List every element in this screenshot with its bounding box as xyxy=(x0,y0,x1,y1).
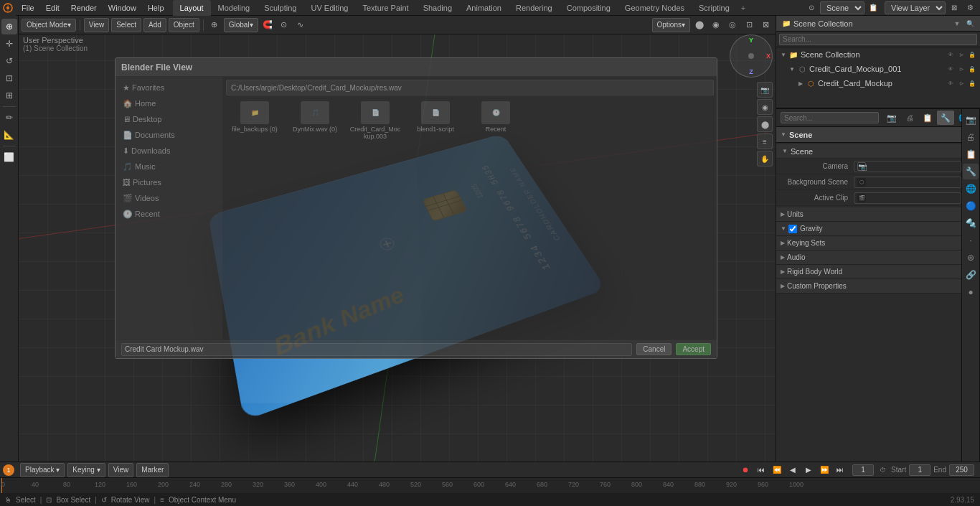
gravity-section[interactable]: ▼ Gravity xyxy=(776,222,980,236)
play-reverse-btn[interactable]: ◀ xyxy=(786,464,799,477)
file-nav-videos[interactable]: 🎬 Videos xyxy=(118,190,220,206)
gizmo-z-label[interactable]: Z xyxy=(749,68,753,75)
jump-last-btn[interactable]: ⏭ xyxy=(834,464,847,477)
overlay-toggle[interactable]: ⊡ xyxy=(742,18,756,32)
prop-material-icon[interactable]: ● xyxy=(963,284,979,300)
prop-particles-icon[interactable]: · xyxy=(963,233,979,248)
prop-modifier-icon[interactable]: 🔩 xyxy=(963,215,979,231)
menu-file[interactable]: File xyxy=(16,0,40,16)
graph-icon[interactable]: ∿ xyxy=(293,18,308,32)
prop-object-icon[interactable]: 🔵 xyxy=(963,198,979,214)
prop-view-layer-icon[interactable]: 📋 xyxy=(963,146,979,162)
tool-add-cube[interactable]: ⬜ xyxy=(1,149,17,165)
playback-menu[interactable]: Playback ▾ xyxy=(20,463,65,477)
file-nav-pictures[interactable]: 🖼 Pictures xyxy=(118,174,220,190)
view-menu[interactable]: View xyxy=(84,18,110,32)
current-frame-input[interactable] xyxy=(852,464,874,476)
scene-section-header[interactable]: ▼ Scene xyxy=(776,127,980,143)
viewport-shading-icon[interactable]: ◉ xyxy=(757,99,773,115)
file-nav-home[interactable]: 🏠 Home xyxy=(118,95,220,111)
select-icon-1[interactable]: ⊳ xyxy=(956,64,966,74)
file-nav-recent[interactable]: 🕐 Recent xyxy=(118,206,220,222)
viewport-hand-icon[interactable]: ✋ xyxy=(757,151,773,167)
tab-layout[interactable]: Layout xyxy=(173,0,211,16)
tab-geometry-nodes[interactable]: Geometry Nodes xyxy=(618,0,692,16)
tab-sculpting[interactable]: Sculpting xyxy=(257,0,303,16)
blender-logo[interactable] xyxy=(0,0,16,16)
outliner-filter-icon[interactable]: ▼ xyxy=(951,18,963,29)
view-layer-selector[interactable]: View Layer xyxy=(885,1,946,14)
select-icon-root[interactable]: ⊳ xyxy=(956,50,966,60)
prop-scene-icon[interactable]: 🔧 xyxy=(963,164,979,179)
props-search-input[interactable] xyxy=(781,112,879,123)
prop-output-icon[interactable]: 🖨 xyxy=(963,129,979,145)
collection-root[interactable]: ▼ 📁 Scene Collection 👁 ⊳ 🔒 xyxy=(776,47,980,62)
viewport-shading-solid[interactable]: ⬤ xyxy=(692,18,707,32)
tab-texture-paint[interactable]: Texture Paint xyxy=(355,0,415,16)
hide-icon-2[interactable]: 🔒 xyxy=(967,78,977,88)
file-nav-downloads[interactable]: ⬇ Downloads xyxy=(118,143,220,159)
menu-render[interactable]: Render xyxy=(65,0,103,16)
prop-tab-output[interactable]: 🖨 xyxy=(901,111,918,125)
file-item-4[interactable]: 📄 blend1-script xyxy=(407,98,464,143)
snap-icon[interactable]: 🧲 xyxy=(260,18,275,32)
prop-world-icon[interactable]: 🌐 xyxy=(963,181,979,197)
gizmo-y-label[interactable]: Y xyxy=(749,37,753,44)
outliner-search-input[interactable] xyxy=(779,34,977,45)
file-item-1[interactable]: 📁 file_backups (0) xyxy=(226,98,283,143)
active-clip-value[interactable]: 🎬 xyxy=(854,192,961,204)
prop-physics-icon[interactable]: ⊛ xyxy=(963,250,979,266)
tab-shading[interactable]: Shading xyxy=(416,0,459,16)
audio-section[interactable]: ▶ Audio xyxy=(776,250,980,265)
collection-item-2[interactable]: ▶ ⬡ Credit_Card_Mockup 👁 ⊳ 🔒 xyxy=(776,76,980,90)
end-frame-input[interactable] xyxy=(949,464,974,476)
tab-compositing[interactable]: Compositing xyxy=(560,0,618,16)
select-icon-2[interactable]: ⊳ xyxy=(956,78,966,88)
viewport-shading-rendered[interactable]: ◎ xyxy=(725,18,740,32)
file-item-5[interactable]: 🕐 Recent xyxy=(467,98,524,143)
rigid-body-section[interactable]: ▶ Rigid Body World xyxy=(776,265,980,279)
view-menu-tl[interactable]: View xyxy=(108,463,134,477)
step-fwd-btn[interactable]: ⏩ xyxy=(818,464,831,477)
select-menu[interactable]: Select xyxy=(111,18,141,32)
global-selector[interactable]: Global ▾ xyxy=(224,18,258,32)
menu-window[interactable]: Window xyxy=(103,0,142,16)
tool-rotate[interactable]: ↺ xyxy=(1,53,17,69)
options-btn[interactable]: Options ▾ xyxy=(652,18,690,32)
tool-measure[interactable]: 📐 xyxy=(1,127,17,143)
add-menu[interactable]: Add xyxy=(143,18,166,32)
viewport-shading-material[interactable]: ◉ xyxy=(709,18,723,32)
eye-icon-root[interactable]: 👁 xyxy=(946,50,956,60)
gravity-checkbox[interactable] xyxy=(788,225,797,233)
gizmo-x-label[interactable]: X xyxy=(766,52,771,60)
file-item-3[interactable]: 📄 Credit_Card_Mockup.003 xyxy=(347,98,404,143)
tool-scale[interactable]: ⊡ xyxy=(1,70,17,86)
camera-value[interactable]: 📷 xyxy=(854,161,961,172)
settings-icon[interactable]: ⚙ xyxy=(963,1,977,14)
tool-cursor[interactable]: ⊕ xyxy=(1,19,17,34)
tab-scripting[interactable]: Scripting xyxy=(692,0,737,16)
menu-edit[interactable]: Edit xyxy=(40,0,65,16)
file-nav-desktop[interactable]: 🖥 Desktop xyxy=(118,111,220,127)
prop-render-icon[interactable]: 📷 xyxy=(963,112,979,128)
custom-props-section[interactable]: ▶ Custom Properties xyxy=(776,279,980,294)
eye-icon-2[interactable]: 👁 xyxy=(946,78,956,88)
units-section[interactable]: ▶ Units xyxy=(776,207,980,222)
tool-annotate[interactable]: ✏ xyxy=(1,110,17,126)
collection-item-1[interactable]: ▼ ⬡ Credit_Card_Mockup_001 👁 ⊳ 🔒 xyxy=(776,62,980,76)
eye-icon-1[interactable]: 👁 xyxy=(946,64,956,74)
step-back-btn[interactable]: ⏪ xyxy=(771,464,783,477)
fullscreen-icon[interactable]: ⊠ xyxy=(947,1,961,14)
tab-uv-editing[interactable]: UV Editing xyxy=(303,0,355,16)
file-cancel-btn[interactable]: Cancel xyxy=(636,343,672,355)
file-nav-music[interactable]: 🎵 Music xyxy=(118,159,220,174)
viewport-overlay-icon[interactable]: ≡ xyxy=(757,133,773,149)
scene-subsection-header[interactable]: ▼ Scene xyxy=(776,144,980,159)
camera-persp-icon[interactable]: 📷 xyxy=(757,82,773,98)
prop-tab-scene[interactable]: 🔧 xyxy=(937,111,954,125)
xray-toggle[interactable]: ⊠ xyxy=(758,18,773,32)
record-btn[interactable]: ⏺ xyxy=(739,464,752,477)
file-item-2[interactable]: 🎵 DynMix.wav (0) xyxy=(286,98,344,143)
hide-icon-1[interactable]: 🔒 xyxy=(967,64,977,74)
marker-menu[interactable]: Marker xyxy=(136,463,169,477)
